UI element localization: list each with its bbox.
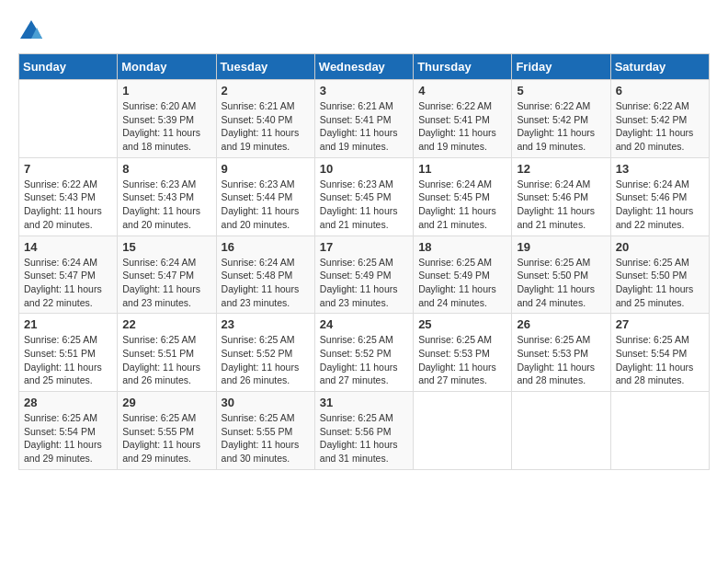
calendar-day-cell — [414, 392, 512, 470]
day-info: Sunrise: 6:21 AM Sunset: 5:41 PM Dayligh… — [320, 99, 408, 154]
day-number: 18 — [418, 240, 506, 254]
calendar-day-cell: 31Sunrise: 6:25 AM Sunset: 5:56 PM Dayli… — [314, 392, 413, 470]
calendar-day-cell: 28Sunrise: 6:25 AM Sunset: 5:54 PM Dayli… — [19, 392, 118, 470]
calendar-day-cell: 20Sunrise: 6:25 AM Sunset: 5:50 PM Dayli… — [610, 236, 709, 314]
day-info: Sunrise: 6:24 AM Sunset: 5:48 PM Dayligh… — [222, 256, 310, 310]
day-number: 21 — [24, 317, 112, 331]
day-number: 5 — [517, 84, 605, 98]
day-number: 19 — [517, 240, 605, 254]
day-number: 17 — [320, 240, 408, 254]
logo — [18, 18, 48, 44]
day-number: 14 — [24, 240, 112, 254]
weekday-header-row: SundayMondayTuesdayWednesdayThursdayFrid… — [19, 54, 710, 80]
day-number: 31 — [320, 396, 408, 409]
day-number: 2 — [222, 84, 310, 98]
day-number: 11 — [418, 162, 506, 176]
day-info: Sunrise: 6:24 AM Sunset: 5:46 PM Dayligh… — [517, 178, 605, 232]
calendar-day-cell: 12Sunrise: 6:24 AM Sunset: 5:46 PM Dayli… — [512, 157, 610, 236]
day-number: 12 — [517, 162, 605, 176]
day-number: 4 — [418, 84, 506, 98]
weekday-header: Wednesday — [314, 54, 413, 80]
weekday-header: Tuesday — [216, 54, 314, 80]
day-info: Sunrise: 6:25 AM Sunset: 5:50 PM Dayligh… — [517, 256, 605, 310]
day-info: Sunrise: 6:24 AM Sunset: 5:47 PM Dayligh… — [122, 256, 210, 310]
day-info: Sunrise: 6:22 AM Sunset: 5:42 PM Dayligh… — [517, 99, 605, 154]
calendar-week-row: 1Sunrise: 6:20 AM Sunset: 5:39 PM Daylig… — [19, 80, 710, 158]
weekday-header: Monday — [118, 54, 216, 80]
day-info: Sunrise: 6:25 AM Sunset: 5:55 PM Dayligh… — [122, 411, 210, 465]
calendar-day-cell: 16Sunrise: 6:24 AM Sunset: 5:48 PM Dayli… — [216, 236, 314, 314]
day-number: 1 — [122, 84, 210, 98]
day-number: 22 — [122, 317, 210, 331]
day-number: 13 — [616, 162, 704, 176]
day-info: Sunrise: 6:22 AM Sunset: 5:43 PM Dayligh… — [24, 178, 112, 232]
day-info: Sunrise: 6:24 AM Sunset: 5:45 PM Dayligh… — [418, 178, 506, 232]
weekday-header: Friday — [512, 54, 610, 80]
day-info: Sunrise: 6:23 AM Sunset: 5:45 PM Dayligh… — [320, 178, 408, 232]
day-number: 23 — [222, 317, 310, 331]
calendar-day-cell: 1Sunrise: 6:20 AM Sunset: 5:39 PM Daylig… — [118, 80, 216, 158]
day-info: Sunrise: 6:24 AM Sunset: 5:47 PM Dayligh… — [24, 256, 112, 310]
calendar-day-cell: 24Sunrise: 6:25 AM Sunset: 5:52 PM Dayli… — [314, 314, 413, 392]
calendar-day-cell: 27Sunrise: 6:25 AM Sunset: 5:54 PM Dayli… — [610, 314, 709, 392]
day-number: 25 — [418, 317, 506, 331]
day-info: Sunrise: 6:25 AM Sunset: 5:49 PM Dayligh… — [418, 256, 506, 310]
day-info: Sunrise: 6:20 AM Sunset: 5:39 PM Dayligh… — [122, 99, 210, 154]
day-number: 29 — [122, 396, 210, 409]
calendar-week-row: 7Sunrise: 6:22 AM Sunset: 5:43 PM Daylig… — [19, 157, 710, 236]
day-info: Sunrise: 6:22 AM Sunset: 5:41 PM Dayligh… — [418, 99, 506, 154]
logo-icon — [18, 18, 44, 44]
calendar-day-cell: 8Sunrise: 6:23 AM Sunset: 5:43 PM Daylig… — [118, 157, 216, 236]
calendar-day-cell — [512, 392, 610, 470]
calendar-day-cell: 13Sunrise: 6:24 AM Sunset: 5:46 PM Dayli… — [610, 157, 709, 236]
calendar-day-cell: 10Sunrise: 6:23 AM Sunset: 5:45 PM Dayli… — [314, 157, 413, 236]
day-info: Sunrise: 6:22 AM Sunset: 5:42 PM Dayligh… — [616, 99, 704, 154]
calendar-day-cell: 9Sunrise: 6:23 AM Sunset: 5:44 PM Daylig… — [216, 157, 314, 236]
calendar-day-cell: 7Sunrise: 6:22 AM Sunset: 5:43 PM Daylig… — [19, 157, 118, 236]
calendar-day-cell: 17Sunrise: 6:25 AM Sunset: 5:49 PM Dayli… — [314, 236, 413, 314]
weekday-header: Saturday — [610, 54, 709, 80]
day-number: 16 — [222, 240, 310, 254]
calendar-day-cell: 22Sunrise: 6:25 AM Sunset: 5:51 PM Dayli… — [118, 314, 216, 392]
day-info: Sunrise: 6:24 AM Sunset: 5:46 PM Dayligh… — [616, 178, 704, 232]
calendar-week-row: 28Sunrise: 6:25 AM Sunset: 5:54 PM Dayli… — [19, 392, 710, 470]
day-number: 10 — [320, 162, 408, 176]
calendar-day-cell: 23Sunrise: 6:25 AM Sunset: 5:52 PM Dayli… — [216, 314, 314, 392]
calendar-day-cell: 2Sunrise: 6:21 AM Sunset: 5:40 PM Daylig… — [216, 80, 314, 158]
calendar-day-cell: 3Sunrise: 6:21 AM Sunset: 5:41 PM Daylig… — [314, 80, 413, 158]
day-info: Sunrise: 6:25 AM Sunset: 5:56 PM Dayligh… — [320, 411, 408, 465]
calendar-day-cell: 21Sunrise: 6:25 AM Sunset: 5:51 PM Dayli… — [19, 314, 118, 392]
weekday-header: Sunday — [19, 54, 118, 80]
calendar-day-cell — [19, 80, 118, 158]
day-number: 6 — [616, 84, 704, 98]
calendar-day-cell: 18Sunrise: 6:25 AM Sunset: 5:49 PM Dayli… — [414, 236, 512, 314]
calendar-day-cell: 5Sunrise: 6:22 AM Sunset: 5:42 PM Daylig… — [512, 80, 610, 158]
calendar-day-cell: 4Sunrise: 6:22 AM Sunset: 5:41 PM Daylig… — [414, 80, 512, 158]
day-info: Sunrise: 6:25 AM Sunset: 5:53 PM Dayligh… — [517, 333, 605, 387]
day-info: Sunrise: 6:25 AM Sunset: 5:51 PM Dayligh… — [122, 333, 210, 387]
calendar-day-cell: 19Sunrise: 6:25 AM Sunset: 5:50 PM Dayli… — [512, 236, 610, 314]
day-info: Sunrise: 6:25 AM Sunset: 5:55 PM Dayligh… — [222, 411, 310, 465]
day-number: 30 — [222, 396, 310, 409]
day-number: 3 — [320, 84, 408, 98]
calendar-day-cell: 26Sunrise: 6:25 AM Sunset: 5:53 PM Dayli… — [512, 314, 610, 392]
weekday-header: Thursday — [414, 54, 512, 80]
day-info: Sunrise: 6:23 AM Sunset: 5:44 PM Dayligh… — [222, 178, 310, 232]
day-info: Sunrise: 6:25 AM Sunset: 5:54 PM Dayligh… — [616, 333, 704, 387]
calendar-week-row: 21Sunrise: 6:25 AM Sunset: 5:51 PM Dayli… — [19, 314, 710, 392]
day-info: Sunrise: 6:25 AM Sunset: 5:54 PM Dayligh… — [24, 411, 112, 465]
day-number: 9 — [222, 162, 310, 176]
calendar-day-cell: 29Sunrise: 6:25 AM Sunset: 5:55 PM Dayli… — [118, 392, 216, 470]
day-info: Sunrise: 6:23 AM Sunset: 5:43 PM Dayligh… — [122, 178, 210, 232]
calendar-day-cell: 11Sunrise: 6:24 AM Sunset: 5:45 PM Dayli… — [414, 157, 512, 236]
calendar-day-cell: 14Sunrise: 6:24 AM Sunset: 5:47 PM Dayli… — [19, 236, 118, 314]
calendar-table: SundayMondayTuesdayWednesdayThursdayFrid… — [18, 53, 710, 470]
day-number: 8 — [122, 162, 210, 176]
day-number: 20 — [616, 240, 704, 254]
day-info: Sunrise: 6:25 AM Sunset: 5:51 PM Dayligh… — [24, 333, 112, 387]
day-info: Sunrise: 6:25 AM Sunset: 5:52 PM Dayligh… — [320, 333, 408, 387]
day-info: Sunrise: 6:25 AM Sunset: 5:50 PM Dayligh… — [616, 256, 704, 310]
day-number: 26 — [517, 317, 605, 331]
calendar-week-row: 14Sunrise: 6:24 AM Sunset: 5:47 PM Dayli… — [19, 236, 710, 314]
day-info: Sunrise: 6:21 AM Sunset: 5:40 PM Dayligh… — [222, 99, 310, 154]
